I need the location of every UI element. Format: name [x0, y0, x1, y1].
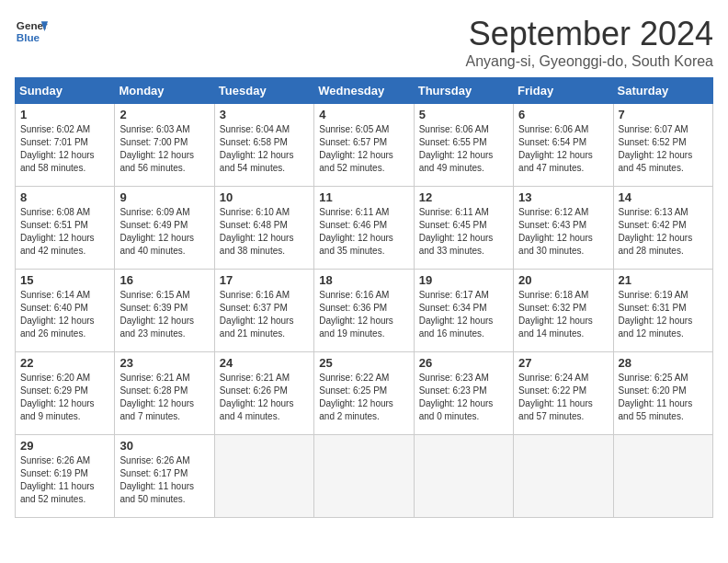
svg-text:Blue: Blue — [17, 31, 40, 43]
day-number: 2 — [119, 108, 209, 121]
calendar-cell — [414, 435, 513, 518]
calendar-week-2: 8 Sunrise: 6:08 AMSunset: 6:51 PMDayligh… — [16, 187, 713, 270]
calendar-body: 1 Sunrise: 6:02 AMSunset: 7:01 PMDayligh… — [16, 104, 713, 518]
month-title: September 2024 — [466, 15, 714, 53]
calendar-cell: 23 Sunrise: 6:21 AMSunset: 6:28 PMDaylig… — [115, 352, 214, 435]
day-number: 14 — [619, 190, 708, 204]
column-header-wednesday: Wednesday — [314, 78, 414, 104]
cell-info: Sunrise: 6:09 AMSunset: 6:49 PMDaylight:… — [119, 206, 209, 258]
column-header-monday: Monday — [115, 78, 214, 104]
column-header-friday: Friday — [514, 78, 613, 104]
day-number: 24 — [220, 356, 309, 370]
calendar-cell: 28 Sunrise: 6:25 AMSunset: 6:20 PMDaylig… — [613, 352, 712, 435]
calendar-cell: 30 Sunrise: 6:26 AMSunset: 6:17 PMDaylig… — [115, 435, 214, 518]
day-number: 9 — [119, 190, 209, 204]
calendar-cell: 18 Sunrise: 6:16 AMSunset: 6:36 PMDaylig… — [314, 270, 414, 352]
cell-info: Sunrise: 6:26 AMSunset: 6:17 PMDaylight:… — [119, 454, 209, 506]
day-number: 28 — [619, 356, 708, 370]
calendar-cell: 17 Sunrise: 6:16 AMSunset: 6:37 PMDaylig… — [214, 270, 313, 352]
column-header-saturday: Saturday — [613, 78, 712, 104]
calendar-week-1: 1 Sunrise: 6:02 AMSunset: 7:01 PMDayligh… — [16, 104, 713, 187]
day-number: 17 — [220, 273, 309, 287]
calendar-cell: 8 Sunrise: 6:08 AMSunset: 6:51 PMDayligh… — [16, 187, 115, 270]
column-header-tuesday: Tuesday — [214, 78, 313, 104]
cell-info: Sunrise: 6:06 AMSunset: 6:54 PMDaylight:… — [518, 123, 608, 175]
day-number: 16 — [119, 273, 209, 287]
cell-info: Sunrise: 6:26 AMSunset: 6:19 PMDaylight:… — [20, 454, 109, 506]
day-number: 1 — [20, 108, 109, 121]
cell-info: Sunrise: 6:19 AMSunset: 6:31 PMDaylight:… — [619, 289, 708, 340]
cell-info: Sunrise: 6:12 AMSunset: 6:43 PMDaylight:… — [518, 206, 608, 258]
calendar-cell: 15 Sunrise: 6:14 AMSunset: 6:40 PMDaylig… — [16, 270, 115, 352]
calendar-cell: 7 Sunrise: 6:07 AMSunset: 6:52 PMDayligh… — [613, 104, 712, 187]
day-number: 26 — [419, 356, 508, 370]
calendar-cell: 2 Sunrise: 6:03 AMSunset: 7:00 PMDayligh… — [115, 104, 214, 187]
calendar-cell: 16 Sunrise: 6:15 AMSunset: 6:39 PMDaylig… — [115, 270, 214, 352]
calendar-cell: 3 Sunrise: 6:04 AMSunset: 6:58 PMDayligh… — [214, 104, 313, 187]
logo-icon: General Blue — [15, 15, 48, 48]
day-number: 3 — [220, 108, 309, 121]
day-number: 19 — [419, 273, 508, 287]
day-number: 12 — [419, 190, 508, 204]
calendar-cell: 9 Sunrise: 6:09 AMSunset: 6:49 PMDayligh… — [115, 187, 214, 270]
calendar-cell — [214, 435, 313, 518]
cell-info: Sunrise: 6:16 AMSunset: 6:36 PMDaylight:… — [319, 289, 408, 340]
day-number: 6 — [518, 108, 608, 121]
calendar-cell — [514, 435, 613, 518]
day-number: 22 — [20, 356, 109, 370]
cell-info: Sunrise: 6:16 AMSunset: 6:37 PMDaylight:… — [220, 289, 309, 340]
calendar-cell: 21 Sunrise: 6:19 AMSunset: 6:31 PMDaylig… — [613, 270, 712, 352]
page-header: General Blue September 2024 Anyang-si, G… — [15, 15, 713, 70]
calendar-table: SundayMondayTuesdayWednesdayThursdayFrid… — [15, 77, 713, 518]
cell-info: Sunrise: 6:24 AMSunset: 6:22 PMDaylight:… — [518, 372, 608, 423]
cell-info: Sunrise: 6:23 AMSunset: 6:23 PMDaylight:… — [419, 372, 508, 423]
calendar-cell: 14 Sunrise: 6:13 AMSunset: 6:42 PMDaylig… — [613, 187, 712, 270]
day-number: 15 — [20, 273, 109, 287]
calendar-cell: 20 Sunrise: 6:18 AMSunset: 6:32 PMDaylig… — [514, 270, 613, 352]
calendar-cell: 25 Sunrise: 6:22 AMSunset: 6:25 PMDaylig… — [314, 352, 414, 435]
calendar-cell: 27 Sunrise: 6:24 AMSunset: 6:22 PMDaylig… — [514, 352, 613, 435]
cell-info: Sunrise: 6:14 AMSunset: 6:40 PMDaylight:… — [20, 289, 109, 340]
calendar-cell — [314, 435, 414, 518]
calendar-cell: 19 Sunrise: 6:17 AMSunset: 6:34 PMDaylig… — [414, 270, 513, 352]
cell-info: Sunrise: 6:15 AMSunset: 6:39 PMDaylight:… — [119, 289, 209, 340]
cell-info: Sunrise: 6:07 AMSunset: 6:52 PMDaylight:… — [619, 123, 708, 175]
cell-info: Sunrise: 6:06 AMSunset: 6:55 PMDaylight:… — [419, 123, 508, 175]
calendar-cell: 6 Sunrise: 6:06 AMSunset: 6:54 PMDayligh… — [514, 104, 613, 187]
calendar-cell: 12 Sunrise: 6:11 AMSunset: 6:45 PMDaylig… — [414, 187, 513, 270]
cell-info: Sunrise: 6:17 AMSunset: 6:34 PMDaylight:… — [419, 289, 508, 340]
cell-info: Sunrise: 6:11 AMSunset: 6:46 PMDaylight:… — [319, 206, 408, 258]
cell-info: Sunrise: 6:10 AMSunset: 6:48 PMDaylight:… — [220, 206, 309, 258]
calendar-week-5: 29 Sunrise: 6:26 AMSunset: 6:19 PMDaylig… — [16, 435, 713, 518]
calendar-cell: 29 Sunrise: 6:26 AMSunset: 6:19 PMDaylig… — [16, 435, 115, 518]
day-number: 10 — [220, 190, 309, 204]
day-number: 13 — [518, 190, 608, 204]
calendar-header-row: SundayMondayTuesdayWednesdayThursdayFrid… — [16, 78, 713, 104]
calendar-cell: 5 Sunrise: 6:06 AMSunset: 6:55 PMDayligh… — [414, 104, 513, 187]
title-block: September 2024 Anyang-si, Gyeonggi-do, S… — [466, 15, 714, 70]
calendar-cell: 11 Sunrise: 6:11 AMSunset: 6:46 PMDaylig… — [314, 187, 414, 270]
cell-info: Sunrise: 6:18 AMSunset: 6:32 PMDaylight:… — [518, 289, 608, 340]
calendar-cell — [613, 435, 712, 518]
day-number: 27 — [518, 356, 608, 370]
calendar-cell: 22 Sunrise: 6:20 AMSunset: 6:29 PMDaylig… — [16, 352, 115, 435]
day-number: 25 — [319, 356, 408, 370]
calendar-cell: 4 Sunrise: 6:05 AMSunset: 6:57 PMDayligh… — [314, 104, 414, 187]
day-number: 21 — [619, 273, 708, 287]
calendar-cell: 26 Sunrise: 6:23 AMSunset: 6:23 PMDaylig… — [414, 352, 513, 435]
day-number: 11 — [319, 190, 408, 204]
day-number: 5 — [419, 108, 508, 121]
day-number: 4 — [319, 108, 408, 121]
location: Anyang-si, Gyeonggi-do, South Korea — [466, 53, 714, 70]
calendar-week-3: 15 Sunrise: 6:14 AMSunset: 6:40 PMDaylig… — [16, 270, 713, 352]
calendar-cell: 1 Sunrise: 6:02 AMSunset: 7:01 PMDayligh… — [16, 104, 115, 187]
day-number: 23 — [119, 356, 209, 370]
cell-info: Sunrise: 6:13 AMSunset: 6:42 PMDaylight:… — [619, 206, 708, 258]
cell-info: Sunrise: 6:02 AMSunset: 7:01 PMDaylight:… — [20, 123, 109, 175]
day-number: 20 — [518, 273, 608, 287]
cell-info: Sunrise: 6:25 AMSunset: 6:20 PMDaylight:… — [619, 372, 708, 423]
calendar-cell: 24 Sunrise: 6:21 AMSunset: 6:26 PMDaylig… — [214, 352, 313, 435]
cell-info: Sunrise: 6:08 AMSunset: 6:51 PMDaylight:… — [20, 206, 109, 258]
cell-info: Sunrise: 6:03 AMSunset: 7:00 PMDaylight:… — [119, 123, 209, 175]
cell-info: Sunrise: 6:11 AMSunset: 6:45 PMDaylight:… — [419, 206, 508, 258]
